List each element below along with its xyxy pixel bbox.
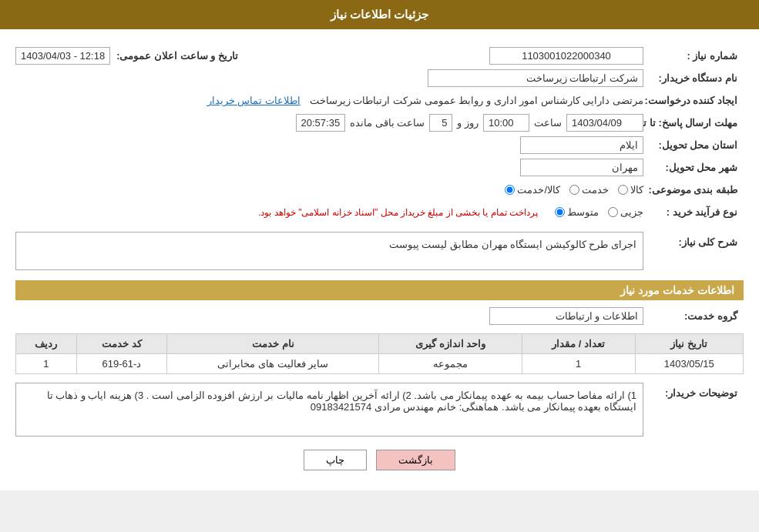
- mohlat-saat-label: ساعت: [529, 117, 566, 129]
- tabaghe-kala-khedmat-radio[interactable]: [505, 185, 515, 195]
- ostan-value: ایلام: [520, 136, 643, 154]
- novae-mottaset-option: متوسط: [555, 206, 599, 218]
- novae-faraind-radio-group: جزیی متوسط پرداخت تمام یا بخشی از مبلغ خ…: [258, 206, 643, 218]
- row-tedad: 1: [522, 354, 635, 374]
- col-vahed-header: واحد اندازه گیری: [379, 334, 522, 354]
- ijad-konande-value: مرتضی دارایی کارشناس امور اداری و روابط …: [310, 95, 643, 106]
- novae-faraind-text: پرداخت تمام یا بخشی از مبلغ خریداز محل "…: [258, 207, 538, 218]
- col-kod-header: کد خدمت: [76, 334, 166, 354]
- mohlat-roz-label: روز و: [452, 117, 483, 129]
- col-tarikh-header: تاریخ نیاز: [635, 334, 743, 354]
- mohlat-date: 1403/04/09: [566, 114, 643, 132]
- tabaghe-khedmat-option: خدمت: [569, 184, 609, 196]
- khedmat-section-header: اطلاعات خدمات مورد نیاز: [15, 280, 744, 300]
- sharh-container: اجرای طرح کالوکیشن ایستگاه مهران مطابق ل…: [15, 232, 643, 270]
- novae-faraind-row: نوع فرآیند خرید : جزیی متوسط پرداخت تمام…: [15, 201, 744, 223]
- sharh-row: شرح کلی نیاز: اجرای طرح کالوکیشن ایستگاه…: [15, 229, 744, 273]
- page-header: جزئیات اطلاعات نیاز: [0, 0, 759, 29]
- shahr-value: مهران: [520, 159, 643, 176]
- mohlat-label: مهلت ارسال پاسخ: تا تاریخ:: [643, 114, 744, 132]
- tabaghe-kala-radio[interactable]: [618, 185, 628, 195]
- tozihat-row: توضیحات خریدار: 1) ارائه مفاصا حساب بیمه…: [15, 380, 744, 439]
- novae-faraind-label: نوع فرآیند خرید :: [643, 203, 744, 221]
- shmare-tarikh-row: شماره نیاز : 1103001022000340 تاریخ و سا…: [15, 45, 744, 67]
- shmare-niaz-label: شماره نیاز :: [643, 47, 744, 65]
- mohlat-row: مهلت ارسال پاسخ: تا تاریخ: 1403/04/09 سا…: [15, 112, 744, 134]
- bazgasht-button[interactable]: بازگشت: [376, 450, 455, 470]
- novae-mottaset-label: متوسط: [567, 206, 599, 218]
- tabaghe-label: طبقه بندی موضوعی:: [643, 181, 744, 199]
- tozihat-container: 1) ارائه مفاصا حساب بیمه به عهده پیمانکا…: [15, 383, 643, 437]
- tozihat-label: توضیحات خریدار:: [643, 383, 744, 402]
- page-wrapper: جزئیات اطلاعات نیاز شماره نیاز : 1103001…: [0, 0, 759, 490]
- ijad-konande-row: ایجاد کننده درخواست: مرتضی دارایی کارشنا…: [15, 89, 744, 112]
- nam-dastgah-row: نام دستگاه خریدار: شرکت ارتباطات زیرساخت: [15, 67, 744, 89]
- ijad-konande-label: ایجاد کننده درخواست:: [643, 92, 744, 109]
- tarikh-aalan-value: 1403/04/03 - 12:18: [15, 47, 110, 65]
- col-radif-header: ردیف: [16, 334, 77, 354]
- header-title: جزئیات اطلاعات نیاز: [331, 8, 428, 21]
- shahr-row: شهر محل تحویل: مهران: [15, 156, 744, 179]
- mohlat-saat-value: 10:00: [483, 114, 529, 132]
- tabaghe-row: طبقه بندی موضوعی: کالا خدمت کالا/خدمت: [15, 179, 744, 201]
- col-nam-header: نام خدمت: [167, 334, 379, 354]
- mohlat-roz-value: 5: [429, 114, 452, 132]
- novae-jozi-label: جزیی: [620, 206, 643, 218]
- row-nam: سایر فعالیت های مخابراتی: [167, 354, 379, 374]
- sharh-value: اجرای طرح کالوکیشن ایستگاه مهران مطابق ل…: [15, 232, 643, 270]
- row-tarikh: 1403/05/15: [635, 354, 743, 374]
- goroh-khedmat-value: اطلاعات و ارتباطات: [489, 307, 643, 325]
- etelaaat-tamas-link[interactable]: اطلاعات تماس خریدار: [207, 95, 301, 106]
- sharh-label: شرح کلی نیاز:: [643, 232, 744, 251]
- ostan-label: استان محل تحویل:: [643, 136, 744, 154]
- row-kod: د-61-619: [76, 354, 166, 374]
- nam-dastgah-value: شرکت ارتباطات زیرساخت: [428, 69, 643, 87]
- nam-dastgah-label: نام دستگاه خریدار:: [643, 69, 744, 87]
- tabaghe-kala-label: کالا: [630, 184, 643, 196]
- shmare-niaz-value: 1103001022000340: [489, 47, 643, 65]
- novae-jozi-option: جزیی: [608, 206, 643, 218]
- row-radif: 1: [16, 354, 77, 374]
- button-row: بازگشت چاپ: [15, 439, 744, 481]
- col-tedad-header: تعداد / مقدار: [522, 334, 635, 354]
- services-table: تاریخ نیاز تعداد / مقدار واحد اندازه گیر…: [15, 333, 744, 374]
- main-content: شماره نیاز : 1103001022000340 تاریخ و سا…: [0, 29, 759, 490]
- tarikh-aalan-label: تاریخ و ساعت اعلان عمومی:: [110, 50, 244, 62]
- tabaghe-kala-khedmat-option: کالا/خدمت: [505, 184, 560, 196]
- chap-button[interactable]: چاپ: [304, 450, 367, 470]
- ostan-row: استان محل تحویل: ایلام: [15, 134, 744, 156]
- table-row: 1403/05/15 1 مجموعه سایر فعالیت های مخاب…: [16, 354, 744, 374]
- shahr-label: شهر محل تحویل:: [643, 159, 744, 176]
- goroh-khedmat-label: گروه خدمت:: [643, 307, 744, 325]
- novae-mottaset-radio[interactable]: [555, 207, 565, 217]
- tabaghe-radio-group: کالا خدمت کالا/خدمت: [505, 184, 643, 196]
- novae-jozi-radio[interactable]: [608, 207, 618, 217]
- mohlat-remaining-value: 20:57:35: [296, 114, 346, 132]
- tozihat-value: 1) ارائه مفاصا حساب بیمه به عهده پیمانکا…: [15, 383, 643, 437]
- tabaghe-kala-khedmat-label: کالا/خدمت: [517, 184, 560, 196]
- mohlat-remaining-label: ساعت باقی مانده: [345, 117, 429, 129]
- row-vahed: مجموعه: [379, 354, 522, 374]
- tabaghe-khedmat-radio[interactable]: [569, 185, 579, 195]
- tabaghe-kala-option: کالا: [618, 184, 643, 196]
- tabaghe-khedmat-label: خدمت: [582, 184, 609, 196]
- goroh-khedmat-row: گروه خدمت: اطلاعات و ارتباطات: [15, 305, 744, 327]
